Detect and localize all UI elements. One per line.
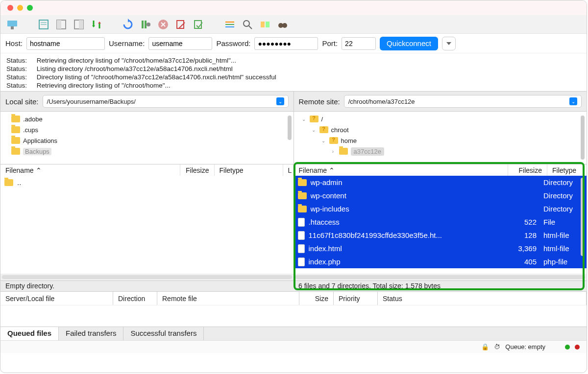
remote-site-label: Remote site: [299, 97, 340, 106]
tab-failed[interactable]: Failed transfers [59, 327, 123, 340]
queue-status: Queue: empty [505, 343, 545, 351]
col-filetype[interactable]: Filetype [220, 166, 244, 174]
scrollbar[interactable] [2, 275, 292, 279]
col-filesize[interactable]: Filesize [186, 166, 209, 174]
list-item[interactable]: 11c67f1c830bf241993cffde330e3f5e.ht...12… [294, 229, 587, 242]
col-direction[interactable]: Direction [113, 292, 157, 305]
lock-icon: 🔒 [481, 343, 489, 351]
col-filename[interactable]: Filename [5, 166, 34, 174]
queue-header: Server/Local file Direction Remote file … [0, 291, 587, 305]
file-icon [298, 218, 305, 227]
tab-success[interactable]: Successful transfers [123, 327, 204, 340]
remote-site-input[interactable]: /chroot/home/a37cc12e ⌄ [344, 95, 582, 108]
col-filename[interactable]: Filename [299, 166, 327, 174]
username-input[interactable] [148, 37, 212, 50]
sort-asc-icon: ⌃ [36, 166, 42, 174]
file-icon [298, 257, 305, 266]
local-site-input[interactable]: /Users/yourusername/Backups/ ⌄ [43, 95, 289, 108]
col-server[interactable]: Server/Local file [0, 292, 113, 305]
local-tree[interactable]: .adobe.cupsApplicationsBackups [0, 112, 294, 164]
close-icon[interactable] [7, 5, 13, 11]
sort-asc-icon: ⌃ [329, 166, 335, 174]
message-log[interactable]: Status: Retrieving directory listing of … [0, 53, 587, 92]
col-filesize[interactable]: Filesize [519, 166, 542, 174]
remote-file-list[interactable]: wp-adminDirectorywp-contentDirectorywp-i… [294, 176, 587, 274]
tree-node[interactable]: .cups [23, 126, 38, 134]
chevron-down-icon[interactable]: ⌄ [276, 97, 284, 105]
toolbar [0, 15, 587, 34]
folder-icon [11, 137, 20, 144]
tree-node[interactable]: home [341, 137, 357, 144]
tree-node[interactable]: Applications [23, 137, 57, 144]
folder-icon [4, 179, 13, 186]
tree-node[interactable]: chroot [331, 126, 349, 134]
svg-point-21 [244, 21, 249, 26]
parent-dir[interactable]: .. [17, 178, 294, 187]
toggle-local-tree-icon[interactable] [54, 18, 68, 31]
svg-point-11 [147, 23, 150, 26]
toggle-log-icon[interactable] [37, 18, 50, 31]
cancel-icon[interactable] [156, 18, 170, 31]
list-item[interactable]: wp-contentDirectory [294, 189, 587, 202]
reconnect-icon[interactable] [192, 18, 205, 31]
col-filetype[interactable]: Filetype [552, 166, 576, 174]
list-item[interactable]: wp-includesDirectory [294, 202, 587, 215]
scrollbar[interactable] [581, 178, 585, 256]
list-item[interactable]: wp-adminDirectory [294, 176, 587, 189]
list-item[interactable]: .htaccess522File [294, 215, 587, 229]
indicator-green [565, 345, 570, 350]
tree-node[interactable]: Backups [23, 148, 51, 155]
svg-rect-9 [142, 21, 144, 28]
quickconnect-dropdown[interactable] [442, 37, 456, 50]
indicator-red [575, 345, 580, 350]
list-item[interactable]: index.html3,369html-file [294, 242, 587, 255]
col-last[interactable]: L [288, 166, 292, 174]
refresh-icon[interactable] [121, 18, 135, 31]
remote-tree[interactable]: ⌄?/ ⌄?chroot ⌄?home ›a37cc12e [294, 112, 587, 164]
col-remote[interactable]: Remote file [157, 292, 299, 305]
transfer-tabs: Queued files Failed transfers Successful… [0, 327, 587, 340]
local-list-header: Filename ⌃ Filesize Filetype L [0, 164, 294, 176]
chevron-down-icon[interactable]: ⌄ [569, 97, 577, 105]
remote-site-path: /chroot/home/a37cc12e [348, 98, 415, 105]
minimize-icon[interactable] [17, 5, 23, 11]
queue-list[interactable] [0, 305, 587, 327]
toggle-queue-icon[interactable] [90, 18, 103, 31]
quickconnect-button[interactable]: Quickconnect [380, 37, 438, 50]
tree-node[interactable]: / [321, 116, 323, 123]
host-input[interactable] [26, 37, 105, 50]
file-icon [298, 244, 305, 253]
tab-queued[interactable]: Queued files [0, 327, 59, 340]
col-status[interactable]: Status [378, 292, 587, 305]
scrollbar[interactable] [288, 116, 292, 140]
toggle-remote-tree-icon[interactable] [72, 18, 86, 31]
process-queue-icon[interactable] [139, 18, 152, 31]
scrollbar[interactable] [295, 275, 585, 279]
port-label: Port: [322, 39, 338, 47]
remote-list-header: Filename ⌃ Filesize Filetype [294, 164, 587, 176]
site-manager-icon[interactable] [5, 18, 19, 31]
scrollbar[interactable] [581, 116, 585, 160]
binoculars-icon[interactable] [276, 18, 290, 31]
col-priority[interactable]: Priority [334, 292, 378, 305]
list-item[interactable]: index.php405php-file [294, 255, 587, 268]
search-icon[interactable] [241, 18, 254, 31]
tree-node[interactable]: .adobe [23, 116, 43, 123]
svg-rect-23 [261, 22, 265, 27]
statusbar: 🔒 ⏱ Queue: empty [0, 340, 587, 353]
svg-rect-8 [79, 20, 83, 29]
filter-icon[interactable] [223, 18, 237, 31]
titlebar [0, 0, 587, 15]
port-input[interactable] [342, 37, 376, 50]
folder-icon [298, 192, 307, 199]
password-input[interactable] [254, 37, 318, 50]
tree-node-selected[interactable]: a37cc12e [351, 147, 384, 156]
maximize-icon[interactable] [27, 5, 33, 11]
local-file-list[interactable]: .. [0, 176, 294, 274]
quickconnect-bar: Host: Username: Password: Port: Quickcon… [0, 34, 587, 53]
disconnect-icon[interactable] [174, 18, 188, 31]
col-size[interactable]: Size [299, 292, 334, 305]
compare-icon[interactable] [258, 18, 272, 31]
folder-icon [11, 126, 20, 133]
svg-line-22 [249, 26, 252, 29]
